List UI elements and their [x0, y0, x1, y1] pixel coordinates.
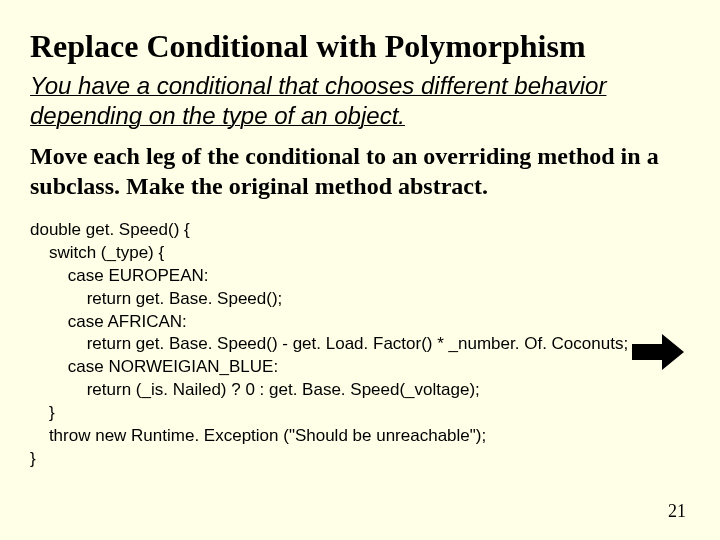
problem-text: You have a conditional that chooses diff… — [30, 72, 606, 129]
arrow-right-icon — [632, 332, 684, 376]
page-number: 21 — [668, 501, 686, 522]
slide-title: Replace Conditional with Polymorphism — [30, 28, 690, 65]
code-block: double get. Speed() { switch (_type) { c… — [30, 219, 690, 471]
svg-marker-0 — [632, 334, 684, 370]
slide: Replace Conditional with Polymorphism Yo… — [0, 0, 720, 540]
solution-statement: Move each leg of the conditional to an o… — [30, 141, 690, 201]
problem-statement: You have a conditional that chooses diff… — [30, 71, 690, 131]
